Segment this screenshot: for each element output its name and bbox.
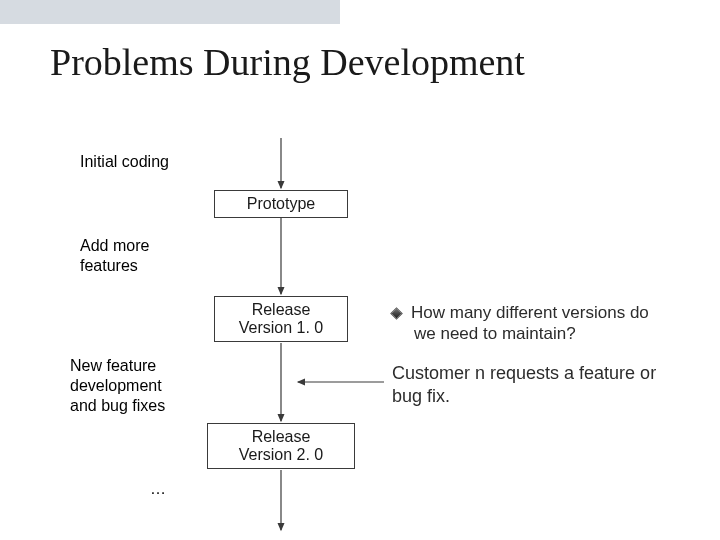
flow-arrows <box>0 0 720 540</box>
